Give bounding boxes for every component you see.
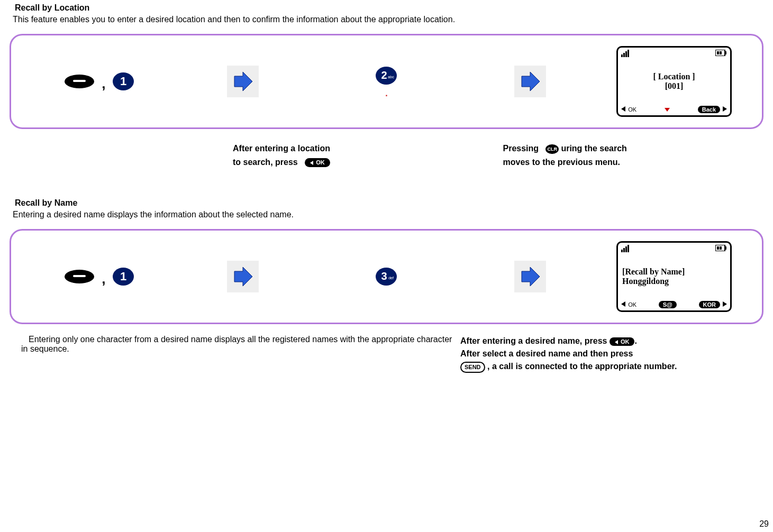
step1-keys-b: , 1 xyxy=(27,265,171,288)
note-right-c: moves to the previous menu. xyxy=(503,158,620,167)
arrow-4 xyxy=(458,261,602,292)
section2-desc: Entering a desired name displays the inf… xyxy=(13,210,773,219)
step1-keys: , 1 xyxy=(27,70,171,93)
tip-right: After entering a desired name, press OK.… xyxy=(460,335,773,373)
svg-rect-11 xyxy=(625,51,627,57)
battery-icon xyxy=(715,50,727,56)
tip-right-a: After entering a desired name, press xyxy=(460,336,607,345)
phone-screen-location: [ Location ] [001] OK Back xyxy=(602,46,746,117)
step2-key: 2 abc . xyxy=(315,65,459,98)
svg-rect-36 xyxy=(717,246,719,250)
ok-label: OK xyxy=(628,301,636,308)
right-softkey-icon xyxy=(722,106,727,112)
svg-marker-20 xyxy=(310,161,313,165)
svg-rect-10 xyxy=(623,53,625,57)
red-dot: . xyxy=(385,89,387,98)
svg-rect-37 xyxy=(720,246,722,250)
key-2-icon: 2 abc xyxy=(375,65,397,87)
svg-marker-8 xyxy=(522,72,540,91)
section2-tips: Entering only one character from a desir… xyxy=(0,335,773,373)
tip-right-b: After select a desired name and then pre… xyxy=(460,349,633,358)
svg-rect-32 xyxy=(625,246,627,252)
left-softkey-icon xyxy=(621,301,626,307)
svg-text:1: 1 xyxy=(120,75,126,88)
arrow-right-icon xyxy=(520,71,541,92)
svg-rect-30 xyxy=(621,250,623,252)
softkey-ok: OK xyxy=(621,301,636,308)
svg-marker-38 xyxy=(621,301,625,307)
screen-title: [Recall by Name] xyxy=(621,267,727,277)
arrow-2 xyxy=(458,66,602,97)
svg-rect-1 xyxy=(73,80,86,82)
arrow-3 xyxy=(171,261,315,292)
svg-rect-15 xyxy=(717,51,719,54)
svg-marker-19 xyxy=(723,106,727,112)
softkey-back: Back xyxy=(698,106,727,113)
right-softkey-icon xyxy=(722,301,727,307)
svg-rect-31 xyxy=(623,248,625,252)
svg-marker-17 xyxy=(621,106,625,112)
svg-rect-33 xyxy=(628,245,629,252)
page-number: 29 xyxy=(759,519,769,529)
ok-pill-icon: OK xyxy=(610,337,635,346)
arrow-right-icon xyxy=(520,266,541,287)
screen-title: [ Location ] xyxy=(621,72,727,81)
back-label: Back xyxy=(698,106,720,113)
section1-title: Recall by Location xyxy=(15,3,773,13)
svg-text:abc: abc xyxy=(388,75,395,79)
menu-key-icon xyxy=(63,269,95,284)
ok-label: OK xyxy=(628,106,636,113)
screen-value: Honggildong xyxy=(621,277,727,286)
arrow-right-icon xyxy=(232,71,253,92)
svg-marker-29 xyxy=(522,267,540,286)
clr-icon: CLR xyxy=(545,144,559,154)
softkey-ok: OK xyxy=(621,106,636,113)
note-right-a: Pressing xyxy=(503,144,539,153)
recall-by-location-panel: , 1 2 abc . xyxy=(10,34,763,129)
svg-marker-4 xyxy=(234,72,252,91)
step2-key-b: 3 def xyxy=(315,265,459,288)
svg-marker-39 xyxy=(723,301,727,307)
section1-notes: After entering a location to search, pre… xyxy=(0,142,773,169)
down-arrow-icon xyxy=(665,107,670,112)
screen-value: [001] xyxy=(621,81,727,91)
battery-icon xyxy=(715,245,727,251)
left-softkey-icon xyxy=(621,106,626,112)
svg-text:def: def xyxy=(389,276,394,280)
svg-rect-9 xyxy=(621,54,623,57)
svg-marker-25 xyxy=(234,267,252,286)
key-3-icon: 3 def xyxy=(375,265,397,288)
signal-icon xyxy=(621,245,632,252)
key-1-icon: 1 xyxy=(112,265,134,288)
signal-icon xyxy=(621,50,632,57)
svg-rect-35 xyxy=(725,246,726,250)
note-right: Pressing CLR uring the search moves to t… xyxy=(503,142,774,169)
menu-key-icon xyxy=(63,74,95,89)
ok-pill-icon: OK xyxy=(305,158,330,168)
svg-rect-16 xyxy=(720,51,722,54)
phone-screen-name: [Recall by Name] Honggildong OK S@ KOR xyxy=(602,241,746,312)
key-1-icon: 1 xyxy=(112,70,134,93)
svg-rect-14 xyxy=(725,51,726,54)
section2-title: Recall by Name xyxy=(15,198,773,208)
svg-text:2: 2 xyxy=(381,69,387,81)
svg-marker-18 xyxy=(665,108,670,112)
note-right-b: uring the search xyxy=(561,144,626,153)
softkey-kor: KOR xyxy=(699,301,727,308)
svg-rect-22 xyxy=(73,275,86,277)
recall-by-name-panel: , 1 3 def xyxy=(10,229,763,324)
comma: , xyxy=(102,271,105,287)
svg-marker-40 xyxy=(615,340,618,344)
send-icon: SEND xyxy=(460,362,485,373)
mid-pill: S@ xyxy=(659,301,677,308)
tip-right-c: , a call is connected to the appropriate… xyxy=(487,362,677,371)
note-left: After entering a location to search, pre… xyxy=(0,142,503,169)
svg-text:1: 1 xyxy=(120,270,126,283)
svg-text:3: 3 xyxy=(381,270,387,282)
tip-left: Entering only one character from a desir… xyxy=(0,335,460,354)
svg-rect-12 xyxy=(628,50,629,57)
arrow-1 xyxy=(171,66,315,97)
note-left-a: After entering a location xyxy=(233,144,330,153)
section1-desc: This feature enables you to enter a desi… xyxy=(13,15,773,24)
note-left-b: to search, press xyxy=(233,158,298,167)
